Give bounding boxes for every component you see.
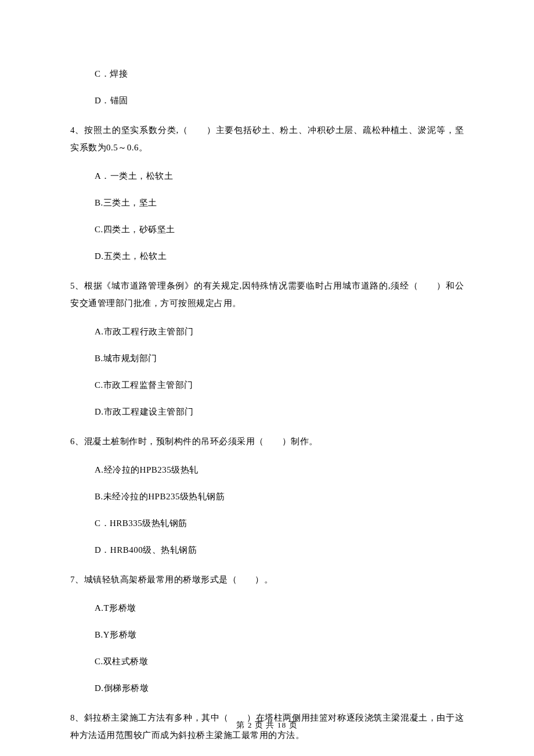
option-5a: A.市政工程行政主管部门 bbox=[70, 325, 464, 339]
option-5c: C.市政工程监督主管部门 bbox=[70, 378, 464, 392]
option-5b: B.城市规划部门 bbox=[70, 351, 464, 365]
document-page: C．焊接 D．锚固 4、按照土的坚实系数分类,（ ）主要包括砂土、粉土、冲积砂土… bbox=[0, 0, 534, 756]
option-7d: D.倒梯形桥墩 bbox=[70, 681, 464, 695]
option-6a: A.经冷拉的HPB235级热轧 bbox=[70, 463, 464, 477]
option-7b: B.Y形桥墩 bbox=[70, 628, 464, 642]
option-6d: D．HRB400级、热轧钢筋 bbox=[70, 543, 464, 557]
option-4b: B.三类土，坚土 bbox=[70, 196, 464, 210]
option-7a: A.T形桥墩 bbox=[70, 601, 464, 615]
option-c: C．焊接 bbox=[70, 67, 464, 81]
option-6b: B.未经冷拉的HPB235级热轧钢筋 bbox=[70, 489, 464, 503]
question-7: 7、城镇轻轨高架桥最常用的桥墩形式是（ ）。 bbox=[70, 571, 464, 588]
option-5d: D.市政工程建设主管部门 bbox=[70, 405, 464, 419]
option-4a: A．一类土，松软土 bbox=[70, 169, 464, 183]
option-4c: C.四类土，砂砾坚土 bbox=[70, 222, 464, 236]
option-6c: C．HRB335级热轧钢筋 bbox=[70, 516, 464, 530]
option-4d: D.五类土，松软土 bbox=[70, 249, 464, 263]
question-4: 4、按照土的坚实系数分类,（ ）主要包括砂土、粉土、冲积砂土层、疏松种植土、淤泥… bbox=[70, 121, 464, 156]
question-5: 5、根据《城市道路管理条例》的有关规定,因特殊情况需要临时占用城市道路的,须经（… bbox=[70, 277, 464, 312]
option-7c: C.双柱式桥墩 bbox=[70, 654, 464, 668]
option-d: D．锚固 bbox=[70, 93, 464, 107]
question-6: 6、混凝土桩制作时，预制构件的吊环必须采用（ ）制作。 bbox=[70, 433, 464, 450]
page-footer: 第 2 页 共 18 页 bbox=[0, 719, 534, 732]
